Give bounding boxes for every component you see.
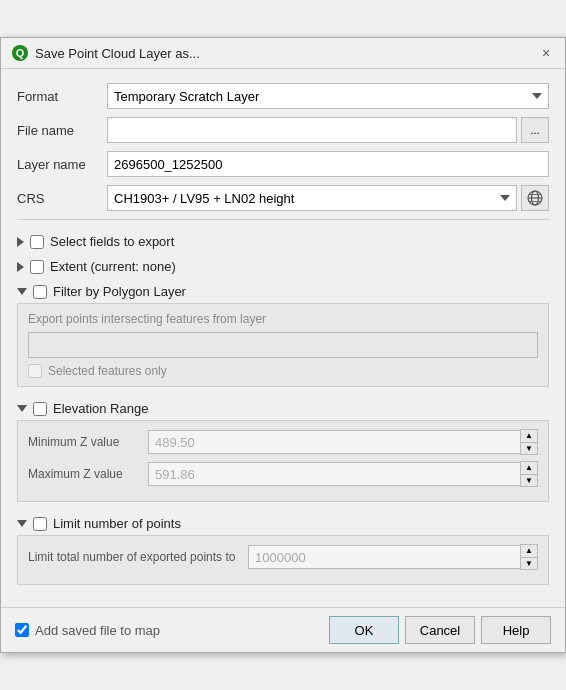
min-z-up-button[interactable]: ▲: [521, 430, 537, 442]
min-z-control: ▲ ▼: [148, 429, 538, 455]
limit-points-content: Limit total number of exported points to…: [17, 535, 549, 585]
layername-label: Layer name: [17, 157, 107, 172]
format-row: Format Temporary Scratch LayerLAZLAS: [17, 83, 549, 109]
footer: Add saved file to map OK Cancel Help: [1, 607, 565, 652]
filter-polygon-content: Export points intersecting features from…: [17, 303, 549, 387]
select-fields-triangle: [17, 237, 24, 247]
title-bar-left: Q Save Point Cloud Layer as...: [11, 44, 200, 62]
close-button[interactable]: ×: [537, 44, 555, 62]
crs-row: CRS CH1903+ / LV95 + LN02 height: [17, 185, 549, 211]
filter-polygon-checkbox[interactable]: [33, 285, 47, 299]
divider-1: [17, 219, 549, 220]
select-fields-label: Select fields to export: [50, 234, 174, 249]
limit-spin-buttons: ▲ ▼: [520, 544, 538, 570]
elevation-header[interactable]: Elevation Range: [17, 395, 549, 420]
globe-icon: [526, 189, 544, 207]
limit-points-checkbox[interactable]: [33, 517, 47, 531]
limit-control: ▲ ▼: [248, 544, 538, 570]
filter-polygon-header[interactable]: Filter by Polygon Layer: [17, 278, 549, 303]
min-z-spinbox: ▲ ▼: [148, 429, 538, 455]
max-z-down-button[interactable]: ▼: [521, 474, 537, 486]
crs-control: CH1903+ / LV95 + LN02 height: [107, 185, 549, 211]
max-z-label: Maximum Z value: [28, 467, 148, 481]
limit-input[interactable]: [248, 545, 520, 569]
min-z-spin-buttons: ▲ ▼: [520, 429, 538, 455]
min-z-row: Minimum Z value ▲ ▼: [28, 429, 538, 455]
limit-spinbox: ▲ ▼: [248, 544, 538, 570]
max-z-row: Maximum Z value ▲ ▼: [28, 461, 538, 487]
dialog-title: Save Point Cloud Layer as...: [35, 46, 200, 61]
footer-right: OK Cancel Help: [329, 616, 551, 644]
min-z-input[interactable]: [148, 430, 520, 454]
select-fields-header[interactable]: Select fields to export: [17, 228, 549, 253]
max-z-control: ▲ ▼: [148, 461, 538, 487]
extent-header[interactable]: Extent (current: none): [17, 253, 549, 278]
layername-input[interactable]: [107, 151, 549, 177]
add-to-map-checkbox[interactable]: [15, 623, 29, 637]
filter-polygon-hint: Export points intersecting features from…: [28, 312, 538, 326]
elevation-triangle: [17, 405, 27, 412]
svg-text:Q: Q: [16, 47, 25, 59]
limit-row: Limit total number of exported points to…: [28, 544, 538, 570]
limit-points-triangle: [17, 520, 27, 527]
limit-points-label: Limit number of points: [53, 516, 181, 531]
filename-input[interactable]: [107, 117, 517, 143]
layername-row: Layer name: [17, 151, 549, 177]
filename-label: File name: [17, 123, 107, 138]
elevation-label: Elevation Range: [53, 401, 148, 416]
max-z-input[interactable]: [148, 462, 520, 486]
crs-label: CRS: [17, 191, 107, 206]
elevation-content: Minimum Z value ▲ ▼ Maximum Z value: [17, 420, 549, 502]
cancel-button[interactable]: Cancel: [405, 616, 475, 644]
select-fields-checkbox[interactable]: [30, 235, 44, 249]
selected-features-row: Selected features only: [28, 364, 538, 378]
format-control: Temporary Scratch LayerLAZLAS: [107, 83, 549, 109]
crs-select[interactable]: CH1903+ / LV95 + LN02 height: [107, 185, 517, 211]
filename-row: File name ...: [17, 117, 549, 143]
crs-globe-button[interactable]: [521, 185, 549, 211]
footer-left: Add saved file to map: [15, 623, 160, 638]
limit-up-button[interactable]: ▲: [521, 545, 537, 557]
add-to-map-label: Add saved file to map: [35, 623, 160, 638]
max-z-spinbox: ▲ ▼: [148, 461, 538, 487]
ok-button[interactable]: OK: [329, 616, 399, 644]
extent-label: Extent (current: none): [50, 259, 176, 274]
format-select[interactable]: Temporary Scratch LayerLAZLAS: [107, 83, 549, 109]
elevation-checkbox[interactable]: [33, 402, 47, 416]
browse-button[interactable]: ...: [521, 117, 549, 143]
extent-checkbox[interactable]: [30, 260, 44, 274]
selected-features-checkbox[interactable]: [28, 364, 42, 378]
format-label: Format: [17, 89, 107, 104]
extent-triangle: [17, 262, 24, 272]
qgis-icon: Q: [11, 44, 29, 62]
dialog: Q Save Point Cloud Layer as... × Format …: [0, 37, 566, 653]
max-z-spin-buttons: ▲ ▼: [520, 461, 538, 487]
min-z-label: Minimum Z value: [28, 435, 148, 449]
filter-polygon-triangle: [17, 288, 27, 295]
filter-polygon-label: Filter by Polygon Layer: [53, 284, 186, 299]
help-button[interactable]: Help: [481, 616, 551, 644]
limit-hint-label: Limit total number of exported points to: [28, 550, 248, 564]
dialog-body: Format Temporary Scratch LayerLAZLAS Fil…: [1, 69, 565, 607]
layername-control: [107, 151, 549, 177]
limit-points-header[interactable]: Limit number of points: [17, 510, 549, 535]
filename-control: ...: [107, 117, 549, 143]
min-z-down-button[interactable]: ▼: [521, 442, 537, 454]
filter-polygon-select[interactable]: [28, 332, 538, 358]
selected-features-label: Selected features only: [48, 364, 167, 378]
max-z-up-button[interactable]: ▲: [521, 462, 537, 474]
limit-down-button[interactable]: ▼: [521, 557, 537, 569]
title-bar: Q Save Point Cloud Layer as... ×: [1, 38, 565, 69]
